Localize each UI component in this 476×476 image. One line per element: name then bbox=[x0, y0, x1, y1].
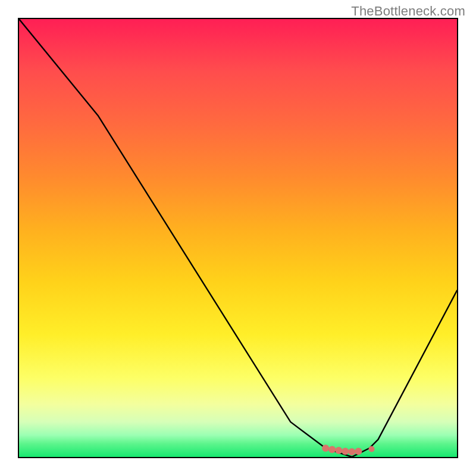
optimal-point bbox=[369, 446, 375, 452]
optimal-marker-cluster bbox=[19, 19, 457, 457]
optimal-point bbox=[322, 444, 329, 452]
optimal-point bbox=[348, 448, 355, 455]
optimal-point bbox=[328, 446, 336, 453]
plot-area bbox=[18, 18, 458, 458]
optimal-point bbox=[355, 447, 362, 455]
chart-canvas: TheBottleneck.com bbox=[0, 0, 476, 476]
optimal-point bbox=[335, 447, 342, 454]
attribution-watermark: TheBottleneck.com bbox=[351, 4, 465, 19]
optimal-point bbox=[342, 447, 349, 455]
